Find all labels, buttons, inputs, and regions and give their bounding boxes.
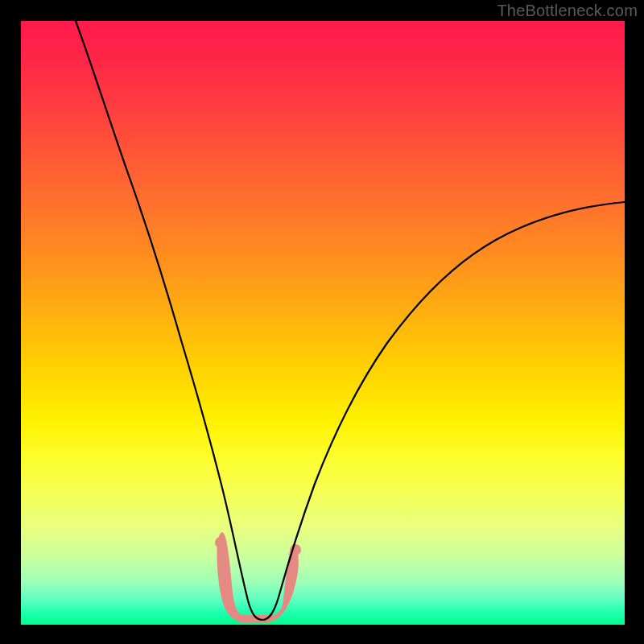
highlight-region (215, 532, 301, 623)
bottleneck-curve (76, 21, 625, 620)
chart-svg (21, 21, 625, 625)
watermark-text: TheBottleneck.com (497, 2, 638, 20)
chart-frame: TheBottleneck.com (0, 0, 644, 644)
plot-area (21, 21, 625, 625)
svg-point-0 (215, 537, 226, 548)
